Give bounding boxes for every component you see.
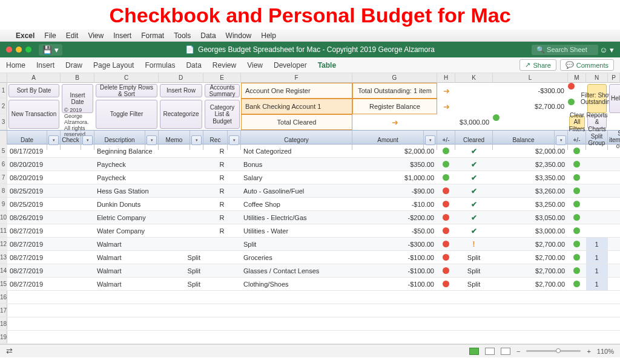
col-k[interactable]: K (455, 73, 493, 83)
row-number[interactable]: 17 (0, 304, 7, 317)
table-row[interactable]: 808/25/2019Hess Gas StationRAuto - Gasol… (0, 184, 620, 198)
category-cell[interactable]: Utilities - Water (241, 224, 352, 237)
tab-home[interactable]: Home (6, 61, 25, 70)
toggle-filter-button[interactable]: Toggle Filter (96, 100, 157, 129)
memo-cell[interactable]: Split (159, 251, 203, 264)
amount-cell[interactable]: -$90.00 (352, 184, 437, 197)
recategorize-button[interactable]: Recategorize (160, 100, 202, 129)
rec-cell[interactable]: R (203, 145, 241, 157)
menu-tools[interactable]: Tools (174, 31, 191, 40)
menu-help[interactable]: Help (261, 31, 276, 40)
menu-view[interactable]: View (88, 31, 104, 40)
description-cell[interactable]: Paycheck (94, 158, 159, 171)
description-cell[interactable]: Walmart (94, 251, 159, 264)
row-number[interactable]: 12 (0, 238, 7, 250)
table-row[interactable]: 1408/27/2019WalmartSplitGlasses / Contac… (0, 264, 620, 278)
empty-cell[interactable] (7, 317, 620, 330)
view-page-break-icon[interactable] (501, 348, 510, 355)
category-cell[interactable]: Not Categorized (241, 145, 352, 157)
row-number[interactable]: 19 (0, 331, 7, 343)
table-row[interactable]: 1308/27/2019WalmartSplitGroceries-$100.0… (0, 251, 620, 264)
menu-format[interactable]: Format (141, 31, 164, 40)
maximize-window-icon[interactable] (25, 47, 31, 53)
row-number[interactable]: 16 (0, 291, 7, 304)
table-row[interactable]: 708/20/2019PaycheckRSalary$1,000.00✔$3,3… (0, 171, 620, 184)
filter-balance-icon[interactable]: ▾ (556, 135, 566, 145)
user-account-icon[interactable]: ☺ ▾ (599, 45, 614, 54)
sheet-tab-scroll-icon[interactable]: ⇄ (6, 346, 13, 356)
row-number[interactable]: 10 (0, 211, 7, 224)
description-cell[interactable]: Eletric Company (94, 211, 159, 224)
accounts-summary-button[interactable]: Accounts Summary (205, 84, 240, 97)
col-n[interactable]: N (586, 73, 608, 83)
cleared-cell[interactable]: Split (455, 251, 493, 264)
rec-cell[interactable]: R (203, 184, 241, 197)
description-cell[interactable]: Walmart (94, 264, 159, 277)
row-number[interactable]: 7 (0, 171, 7, 184)
category-list-budget-button[interactable]: Category List & Budget (205, 100, 240, 129)
menu-excel[interactable]: Excel (16, 31, 35, 40)
col-d[interactable]: D (159, 73, 203, 83)
amount-cell[interactable]: -$10.00 (352, 198, 437, 210)
amount-cell[interactable]: $1,000.00 (352, 171, 437, 184)
memo-cell[interactable] (159, 171, 203, 184)
new-transaction-button[interactable]: New Transaction (8, 100, 59, 129)
tab-insert[interactable]: Insert (36, 61, 54, 70)
table-row[interactable]: 908/25/2019Dunkin DonutsRCoffee Shop-$10… (0, 198, 620, 211)
check-cell[interactable] (61, 251, 94, 264)
delete-empty-rows-button[interactable]: Delete Empty Rows & Sort (96, 84, 157, 97)
description-cell[interactable]: Water Company (94, 224, 159, 237)
rec-cell[interactable]: R (203, 224, 241, 237)
row-number[interactable]: 15 (0, 278, 7, 290)
row-number[interactable]: 14 (0, 264, 7, 277)
check-cell[interactable] (61, 211, 94, 224)
check-cell[interactable] (61, 224, 94, 237)
memo-cell[interactable] (159, 211, 203, 224)
tab-view[interactable]: View (247, 61, 263, 70)
minimize-window-icon[interactable] (16, 47, 22, 53)
category-cell[interactable]: Split (241, 238, 352, 250)
check-cell[interactable] (61, 278, 94, 290)
amount-cell[interactable]: -$200.00 (352, 211, 437, 224)
cleared-cell[interactable]: ✔ (455, 211, 493, 224)
cleared-cell[interactable]: ! (455, 238, 493, 250)
description-cell[interactable]: Walmart (94, 238, 159, 250)
row-number[interactable]: 9 (0, 198, 7, 210)
rec-cell[interactable] (203, 251, 241, 264)
category-cell[interactable]: Bonus (241, 158, 352, 171)
tab-table[interactable]: Table (318, 61, 336, 70)
date-cell[interactable]: 08/25/2019 (7, 198, 61, 210)
amount-cell[interactable]: -$50.00 (352, 224, 437, 237)
tab-page-layout[interactable]: Page Layout (93, 61, 134, 70)
date-cell[interactable]: 08/20/2019 (7, 171, 61, 184)
reports-charts-button[interactable]: Reports & Charts (587, 115, 607, 129)
category-cell[interactable]: Groceries (241, 251, 352, 264)
rec-cell[interactable] (203, 264, 241, 277)
filter-memo-icon[interactable]: ▾ (191, 135, 202, 145)
amount-cell[interactable]: -$100.00 (352, 264, 437, 277)
col-h[interactable]: H (437, 73, 455, 83)
rec-cell[interactable]: R (203, 211, 241, 224)
category-cell[interactable]: Salary (241, 171, 352, 184)
view-page-layout-icon[interactable] (485, 348, 495, 355)
sort-by-date-button[interactable]: Sort By Date (8, 84, 59, 97)
close-window-icon[interactable] (6, 47, 12, 53)
row-number[interactable]: 8 (0, 184, 7, 197)
category-cell[interactable]: Utilities - Electric/Gas (241, 211, 352, 224)
cleared-cell[interactable]: ✔ (455, 224, 493, 237)
col-a[interactable]: A (7, 73, 61, 83)
row-number[interactable]: 18 (0, 317, 7, 330)
memo-cell[interactable] (159, 158, 203, 171)
save-icon[interactable]: 💾 ▾ (39, 44, 62, 56)
memo-cell[interactable] (159, 198, 203, 210)
empty-cell[interactable] (7, 291, 620, 304)
col-e[interactable]: E (203, 73, 241, 83)
row-number[interactable]: 13 (0, 251, 7, 264)
rec-cell[interactable]: R (203, 198, 241, 210)
description-cell[interactable]: Walmart (94, 278, 159, 290)
memo-cell[interactable] (159, 145, 203, 157)
rec-cell[interactable]: R (203, 171, 241, 184)
check-cell[interactable] (61, 145, 94, 157)
share-button[interactable]: ↗ Share (519, 59, 556, 71)
check-cell[interactable] (61, 238, 94, 250)
